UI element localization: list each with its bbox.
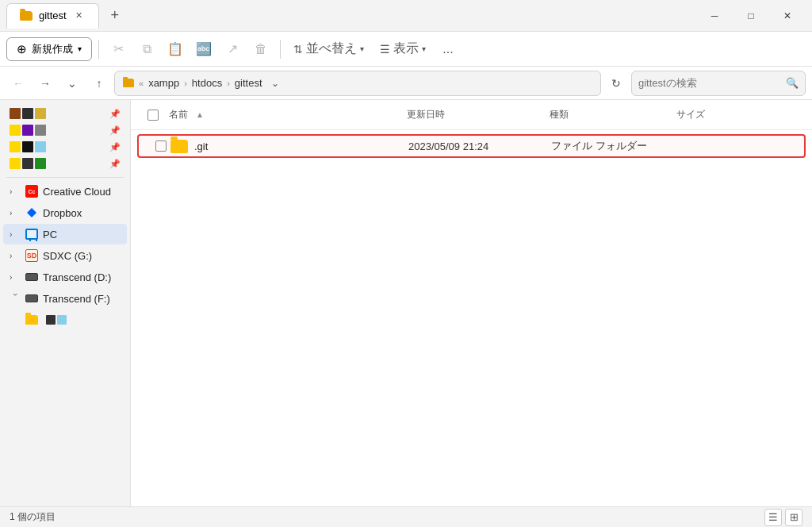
folder-icon-sub	[25, 314, 38, 326]
pin-icon: 📌	[109, 159, 121, 169]
hdd-icon-d	[25, 271, 38, 283]
view-icon: ☰	[380, 43, 390, 56]
swatch	[35, 141, 46, 152]
toolbar: ⊕ 新規作成 ▾ ✂ ⧉ 📋 🔤 ↗ 🗑 ⇅ 並べ替え ▾ ☰ 表示 ▾ ...	[0, 32, 812, 67]
header-checkbox-area	[144, 110, 163, 121]
new-item-button[interactable]: ⊕ 新規作成 ▾	[6, 37, 92, 61]
paste-button[interactable]: 📋	[163, 37, 188, 62]
swatch	[35, 158, 46, 169]
column-header-name[interactable]: 名前 ▲	[163, 105, 400, 125]
view-chevron: ▾	[422, 44, 426, 53]
swatch-sub	[57, 315, 67, 325]
recent-locations-button[interactable]: ⌄	[60, 71, 84, 95]
swatch-sub	[46, 315, 56, 325]
active-tab[interactable]: gittest ✕	[6, 3, 99, 29]
status-bar: 1 個の項目 ☰ ⊞	[0, 506, 812, 527]
sidebar-subitem-transcend-f[interactable]	[3, 310, 127, 330]
file-type: ファイル フォルダー	[551, 139, 678, 153]
cut-button[interactable]: ✂	[105, 37, 131, 62]
file-row-git[interactable]: .git 2023/05/09 21:24 ファイル フォルダー	[137, 134, 806, 158]
expand-icon: ›	[11, 293, 20, 304]
sidebar-item-transcend-d[interactable]: › Transcend (D:)	[3, 267, 127, 287]
address-bar[interactable]: « xampp › htdocs › gittest ⌄	[114, 71, 601, 96]
list-view-button[interactable]: ☰	[764, 509, 782, 526]
maximize-button[interactable]: □	[733, 3, 769, 29]
palette-item-1[interactable]: 📌	[3, 106, 127, 121]
sort-icon: ⇅	[293, 43, 303, 56]
swatch	[35, 125, 46, 136]
minimize-button[interactable]: ─	[696, 3, 733, 29]
status-item-count: 1 個の項目	[10, 510, 56, 524]
tab-close-button[interactable]: ✕	[73, 10, 86, 22]
delete-button[interactable]: 🗑	[248, 37, 274, 62]
column-header-size[interactable]: サイズ	[670, 105, 749, 125]
new-tab-button[interactable]: +	[102, 3, 128, 29]
breadcrumb-gittest[interactable]: gittest	[235, 77, 262, 89]
palette-item-2[interactable]: 📌	[3, 122, 127, 138]
column-type-label: 種類	[550, 108, 569, 121]
new-button-label: 新規作成	[32, 42, 73, 56]
hdd-icon-shape-f	[25, 294, 38, 302]
search-input[interactable]	[638, 77, 781, 89]
search-bar[interactable]: 🔍	[631, 71, 806, 96]
close-button[interactable]: ✕	[769, 3, 806, 29]
dropbox-icon-shape	[27, 208, 36, 217]
more-button[interactable]: ...	[435, 37, 461, 62]
swatch	[35, 108, 46, 119]
file-row-checkbox[interactable]	[155, 140, 167, 152]
view-label: 表示	[393, 40, 419, 57]
back-button[interactable]: ←	[6, 71, 30, 95]
select-all-checkbox[interactable]	[147, 110, 159, 121]
refresh-button[interactable]: ↻	[604, 71, 628, 95]
palette-item-4[interactable]: 📌	[3, 156, 127, 171]
address-folder-icon	[123, 79, 134, 87]
palette-item-3[interactable]: 📌	[3, 139, 127, 155]
sidebar-label-dropbox: Dropbox	[43, 207, 121, 219]
file-folder-icon	[170, 140, 188, 153]
column-header-date[interactable]: 更新日時	[400, 105, 543, 125]
file-column-headers: 名前 ▲ 更新日時 種類 サイズ	[131, 100, 812, 130]
sidebar-item-creative-cloud[interactable]: › Cc Creative Cloud	[3, 181, 127, 202]
sort-label: 並べ替え	[306, 40, 357, 57]
sidebar-item-transcend-f[interactable]: › Transcend (F:)	[3, 288, 127, 309]
creative-cloud-icon: Cc	[25, 185, 38, 198]
forward-button[interactable]: →	[33, 71, 57, 95]
rename-button[interactable]: 🔤	[191, 37, 216, 62]
address-chevron[interactable]: ⌄	[267, 71, 283, 95]
expand-icon: ›	[10, 209, 21, 217]
column-header-type[interactable]: 種類	[543, 105, 670, 125]
expand-icon: ›	[10, 273, 21, 282]
window-controls: ─ □ ✕	[696, 3, 806, 29]
sort-button[interactable]: ⇅ 並べ替え ▾	[287, 37, 370, 62]
copy-button[interactable]: ⧉	[134, 37, 159, 62]
breadcrumb-htdocs[interactable]: htdocs	[192, 77, 222, 89]
column-date-label: 更新日時	[407, 108, 445, 121]
swatch	[22, 108, 33, 119]
title-bar: gittest ✕ + ─ □ ✕	[0, 0, 812, 32]
tab-folder-icon	[20, 11, 33, 21]
color-swatches-2	[10, 125, 46, 136]
swatch	[10, 108, 21, 119]
sidebar-item-sdxc[interactable]: › SD SDXC (G:)	[3, 245, 127, 266]
up-button[interactable]: ↑	[87, 71, 111, 95]
main-area: 📌 📌 📌	[0, 100, 812, 506]
breadcrumb-arrow-1: ›	[184, 79, 187, 88]
file-date: 2023/05/09 21:24	[408, 140, 551, 152]
folder-icon-small	[25, 315, 38, 325]
sidebar-label-sdxc: SDXC (G:)	[43, 250, 121, 262]
view-button[interactable]: ☰ 表示 ▾	[373, 37, 432, 62]
sidebar-item-pc[interactable]: › PC	[3, 224, 127, 244]
grid-view-button[interactable]: ⊞	[785, 509, 802, 526]
title-bar-tabs: gittest ✕ +	[6, 3, 696, 29]
swatch	[10, 125, 21, 136]
share-button[interactable]: ↗	[220, 37, 245, 62]
sdxc-icon: SD	[25, 249, 38, 262]
toolbar-separator-2	[280, 40, 281, 59]
swatch	[22, 125, 33, 136]
breadcrumb-xampp[interactable]: xampp	[148, 77, 179, 89]
sort-chevron: ▾	[360, 44, 364, 53]
dropbox-icon	[25, 206, 38, 219]
sidebar: 📌 📌 📌	[0, 100, 131, 506]
plus-icon: ⊕	[17, 42, 27, 56]
sidebar-item-dropbox[interactable]: › Dropbox	[3, 202, 127, 223]
